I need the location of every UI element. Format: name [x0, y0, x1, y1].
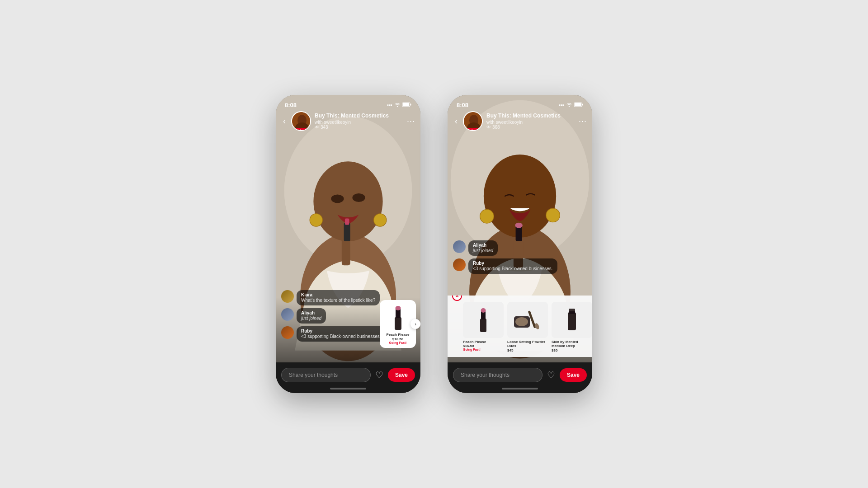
product-shelf-2: × Peach Please $16.50 Going Fast! [448, 296, 592, 357]
eye-icon-2: 👁 [486, 125, 491, 130]
chat-bubble-aliyah-2: Aliyah just joined [468, 240, 498, 256]
shelf-product-2[interactable]: Loose Setting Powder Duos $45 [507, 302, 548, 352]
chat-avatar-kiara [281, 290, 294, 303]
back-button-2[interactable]: ‹ [453, 115, 459, 128]
svg-point-7 [352, 193, 365, 202]
shelf-product-img-3 [552, 302, 592, 338]
chat-avatar-ruby-2 [453, 258, 466, 271]
header-info-2: Buy This: Mented Cosmetics with sweetlik… [486, 113, 575, 129]
eye-icon-1: 👁 [315, 125, 319, 130]
svg-point-6 [331, 194, 344, 203]
like-button-1[interactable]: ♡ [375, 370, 383, 380]
svg-rect-46 [569, 309, 575, 311]
host-avatar-img-1 [292, 112, 310, 130]
thoughts-input-2[interactable]: Share your thoughts [453, 368, 542, 382]
product-going-fast-1: Going Fast! [383, 341, 412, 344]
header-subtitle-2: with sweetlikeoyin [486, 120, 575, 125]
more-button-1[interactable]: ··· [407, 117, 415, 126]
header-subtitle-1: with sweetlikeoyin [315, 120, 403, 125]
home-indicator-2 [502, 388, 538, 389]
product-arrow-1[interactable]: › [410, 319, 420, 329]
svg-rect-8 [342, 239, 350, 265]
svg-rect-18 [395, 317, 401, 330]
chat-text-aliyah-2: just joined [473, 248, 493, 253]
header-info-1: Buy This: Mented Cosmetics with sweetlik… [315, 113, 403, 129]
header-viewers-2: 👁 368 [486, 125, 575, 130]
host-avatar-1[interactable]: Live [291, 111, 311, 131]
shelf-product-name-1: Peach Please [463, 340, 504, 344]
svg-point-20 [395, 306, 401, 310]
svg-point-29 [515, 223, 523, 228]
host-avatar-2[interactable]: Live [463, 111, 483, 131]
close-shelf-button[interactable]: × [452, 296, 462, 301]
chat-bubble-ruby: Ruby <3 supporting Black-owned businesse… [297, 326, 386, 342]
like-button-2[interactable]: ♡ [547, 370, 555, 380]
thoughts-input-1[interactable]: Share your thoughts [281, 368, 371, 382]
more-button-2[interactable]: ··· [579, 117, 587, 126]
shelf-product-name-3: Skin by Mented Medium Deep [552, 340, 592, 348]
svg-rect-10 [345, 218, 349, 225]
svg-point-41 [515, 317, 528, 326]
product-image-1 [384, 304, 411, 331]
svg-point-39 [481, 308, 486, 313]
shelf-product-price-2: $45 [507, 348, 548, 352]
chat-message-2a: Aliyah just joined [453, 240, 587, 256]
save-button-2[interactable]: Save [560, 368, 587, 382]
header-title-2: Buy This: Mented Cosmetics [486, 113, 575, 119]
product-card-1[interactable]: Peach Please $16.50 Going Fast! › [380, 300, 416, 348]
chat-avatar-ruby [281, 326, 294, 339]
shelf-product-img-1 [463, 302, 504, 338]
host-avatar-img-2 [464, 112, 482, 130]
chat-bubble-kiara: Kiara What's the texture of the lipstick… [297, 290, 380, 305]
svg-point-25 [480, 209, 494, 223]
shelf-product-name-2: Loose Setting Powder Duos [507, 340, 548, 348]
chat-name-ruby-2: Ruby [473, 261, 553, 266]
phone-1: 8:08 ▪▪▪ ‹ [276, 95, 420, 393]
phone-2: 8:08 ▪▪▪ ‹ [448, 95, 592, 393]
video-area-1 [276, 95, 420, 393]
save-button-1[interactable]: Save [388, 368, 415, 382]
chat-avatar-aliyah-2 [453, 240, 466, 253]
back-button-1[interactable]: ‹ [281, 115, 288, 128]
svg-rect-37 [480, 319, 486, 332]
shelf-product-price-3: $30 [552, 348, 592, 352]
viewer-count-1: 343 [321, 125, 328, 130]
shelf-product-3[interactable]: Skin by Mented Medium Deep $30 [552, 302, 592, 352]
chat-name-kiara: Kiara [301, 292, 375, 297]
chat-text-aliyah: just joined [301, 315, 321, 321]
chat-name-aliyah-2: Aliyah [473, 243, 493, 248]
chat-bubble-ruby-2: Ruby <3 supporting Black-owned businesse… [468, 258, 557, 274]
home-indicator-1 [330, 388, 366, 389]
header-2: ‹ Live Buy This: Mented Cosmetics with s… [448, 95, 592, 135]
chat-area-2: Aliyah just joined Ruby <3 supporting Bl… [448, 237, 592, 280]
svg-point-5 [374, 214, 387, 226]
shelf-product-going-fast-1: Going Fast! [463, 348, 504, 351]
viewer-count-2: 368 [492, 125, 500, 130]
product-name-1: Peach Please [383, 333, 412, 337]
chat-avatar-aliyah [281, 308, 294, 321]
shelf-product-price-1: $16.50 [463, 344, 504, 348]
live-badge-2: Live [467, 128, 478, 131]
chat-name-ruby: Ruby [301, 328, 381, 333]
chat-bubble-aliyah: Aliyah just joined [297, 308, 326, 324]
chat-text-kiara: What's the texture of the lipstick like? [301, 297, 375, 303]
person-illustration-1 [276, 95, 420, 393]
chat-text-ruby-2: <3 supporting Black-owned businesses. [473, 266, 553, 272]
svg-point-26 [546, 208, 560, 222]
svg-point-4 [310, 214, 322, 226]
header-1: ‹ Live Buy This: Mented Cosmetics with s… [276, 95, 420, 135]
live-badge-1: Live [296, 128, 307, 131]
header-viewers-1: 👁 343 [315, 125, 403, 130]
svg-rect-9 [344, 223, 350, 241]
svg-rect-44 [568, 312, 576, 330]
shelf-product-1[interactable]: Peach Please $16.50 Going Fast! [463, 302, 504, 352]
chat-message-2b: Ruby <3 supporting Black-owned businesse… [453, 258, 587, 274]
shelf-product-img-2 [507, 302, 548, 338]
chat-name-aliyah: Aliyah [301, 310, 321, 315]
header-title-1: Buy This: Mented Cosmetics [315, 113, 403, 119]
chat-text-ruby: <3 supporting Black-owned businesses. [301, 333, 381, 339]
product-price-1: $16.50 [383, 337, 412, 341]
